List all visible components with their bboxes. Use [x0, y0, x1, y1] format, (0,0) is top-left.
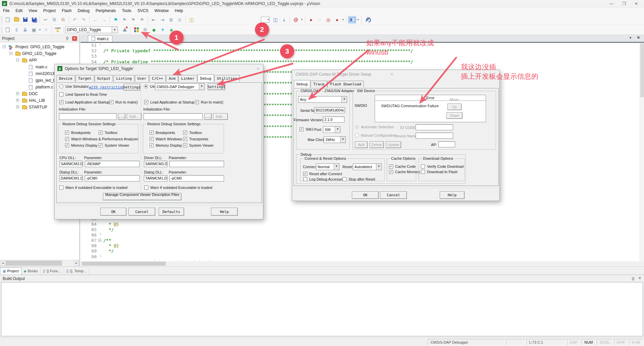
find-in-files-icon[interactable]: ◫: [187, 16, 196, 23]
chevron-down-icon[interactable]: ▼: [376, 164, 381, 170]
restore-button[interactable]: ❐: [619, 1, 630, 7]
navigate-back-icon[interactable]: ←: [91, 16, 99, 23]
max-clock-select[interactable]: 1MHz▼: [324, 136, 346, 143]
uncomment-icon[interactable]: ≣: [176, 16, 184, 23]
help-button[interactable]: Help: [211, 208, 238, 216]
target-select[interactable]: GPIO_LED_Toggle: [65, 26, 112, 33]
chevron-down-icon[interactable]: ▼: [340, 137, 345, 143]
close-panel-icon[interactable]: ✕: [638, 276, 641, 280]
minimize-button[interactable]: —: [606, 1, 617, 7]
options-tab-c-c-[interactable]: C/C++: [149, 75, 166, 82]
comment-icon[interactable]: ≣: [167, 16, 175, 23]
panel-tab-books[interactable]: ◆Books: [21, 268, 41, 275]
incremental-find-icon[interactable]: ⇣: [280, 16, 288, 23]
cut-icon[interactable]: ✂: [42, 16, 50, 23]
dialog-close-icon[interactable]: ✕: [256, 66, 260, 71]
reset-select[interactable]: Autodetect▼: [353, 163, 382, 170]
tree-item-project-gpio-led-toggle[interactable]: −Project: GPIO_LED_Toggle: [0, 44, 79, 50]
tab-list-dropdown-icon[interactable]: ▼: [629, 36, 632, 40]
menu-flash[interactable]: Flash: [59, 7, 74, 14]
connect-select[interactable]: Normal▼: [316, 163, 339, 170]
port-select[interactable]: SW▼: [323, 126, 340, 133]
dialog-param-input-right[interactable]: -pCM0: [169, 175, 224, 182]
collapse-icon[interactable]: −: [16, 59, 19, 62]
up-button[interactable]: Up: [447, 103, 462, 110]
expand-icon[interactable]: +: [16, 92, 19, 95]
dap-tab-flash-download[interactable]: Flash Download: [327, 81, 364, 87]
dap-tab-debug[interactable]: Debug: [294, 80, 310, 87]
memory-display-checkbox-right[interactable]: ✓Memory Display: [150, 143, 182, 147]
limit-speed-checkbox[interactable]: ✓Limit Speed to Real-Time: [59, 92, 107, 96]
add-button[interactable]: Add: [355, 141, 368, 148]
ap-input[interactable]: [438, 141, 455, 147]
cancel-button[interactable]: Cancel: [128, 208, 155, 216]
close-panel-icon[interactable]: ✕: [72, 36, 77, 41]
copy-icon[interactable]: ⧉: [50, 16, 58, 23]
save-icon[interactable]: [21, 16, 29, 23]
breakpoints-checkbox-right[interactable]: ✓Breakpoints: [150, 131, 175, 135]
configure-wrench-icon[interactable]: [363, 16, 371, 23]
window-layout-icon[interactable]: [348, 16, 356, 23]
menu-tools[interactable]: Tools: [119, 7, 135, 14]
options-for-target-icon[interactable]: [121, 26, 129, 33]
pin-icon[interactable]: [65, 36, 70, 41]
project-tree-hscrollbar[interactable]: ◄ ►: [0, 260, 79, 266]
run-to-main-checkbox-right[interactable]: ✓Run to main(): [195, 100, 223, 104]
edit-button-right[interactable]: Edit...: [213, 113, 228, 120]
manage-project-items-icon[interactable]: ⧉: [141, 26, 149, 33]
close-button[interactable]: ✕: [631, 1, 642, 7]
dialog-dll-input-left[interactable]: DARMCM1.DLL: [59, 175, 83, 182]
outdent-icon[interactable]: ⇤: [150, 16, 158, 23]
manage-cvd-button[interactable]: Manage Component Viewer Description File…: [103, 193, 181, 200]
help-button[interactable]: Help: [440, 191, 465, 199]
menu-project[interactable]: Project: [40, 7, 59, 14]
collapse-icon[interactable]: −: [9, 52, 12, 55]
automatic-detection-radio[interactable]: Automatic Detection: [355, 125, 394, 129]
warn-checkbox-right[interactable]: ✓Warn if outdated Executable is loaded: [144, 186, 212, 190]
serial-no-input[interactable]: B0215f0df1d004c: [314, 107, 345, 113]
dialog-close-icon[interactable]: ✕: [390, 72, 393, 77]
scroll-right-icon[interactable]: ►: [74, 261, 79, 266]
panel-tab--temp-[interactable]: {}{}, Temp...: [64, 268, 89, 275]
with-restrictions-link[interactable]: with restrictions: [89, 85, 127, 89]
log-debug-checkbox[interactable]: ✓Log Debug Accesses: [303, 177, 344, 181]
cpu-param-input[interactable]: -REMAP: [85, 161, 140, 167]
init-file-input-left[interactable]: [59, 113, 117, 120]
breakpoint-dd[interactable]: ▾: [341, 18, 345, 21]
browse-button-right[interactable]: ...: [204, 113, 212, 120]
dialog-param-input-left[interactable]: -pCM0: [85, 175, 140, 182]
options-tab-listing[interactable]: Listing: [113, 75, 134, 82]
undo-icon[interactable]: ↶: [71, 16, 79, 23]
menu-debug[interactable]: Debug: [75, 7, 93, 14]
stop-after-reset-checkbox[interactable]: ✓Stop after Reset: [342, 177, 375, 181]
init-file-input-right[interactable]: [144, 113, 203, 120]
scroll-thumb[interactable]: [6, 261, 62, 266]
download-flash-checkbox[interactable]: ✓Download to Flash: [421, 170, 458, 174]
target-select-dropdown-icon[interactable]: ▼: [112, 26, 118, 33]
scroll-thumb[interactable]: [640, 44, 644, 97]
system-viewer-checkbox-right[interactable]: ✓System Viewer: [183, 143, 214, 147]
navigate-forward-icon[interactable]: →: [100, 16, 108, 23]
bookmark-toggle-icon[interactable]: ⚑: [112, 16, 120, 23]
breakpoint-disable-icon[interactable]: ○: [316, 16, 324, 23]
menu-help[interactable]: Help: [172, 7, 186, 14]
swj-checkbox[interactable]: ✓SWJ: [300, 127, 313, 131]
editor-vscrollbar[interactable]: [640, 43, 644, 261]
indent-icon[interactable]: ⇥: [158, 16, 166, 23]
find-symbol-icon[interactable]: @: [292, 16, 300, 23]
load-app-checkbox-left[interactable]: ✓Load Application at Startup: [59, 100, 109, 104]
chevron-down-icon[interactable]: ▼: [199, 84, 204, 90]
paste-icon[interactable]: ⧉: [59, 16, 67, 23]
new-file-icon[interactable]: [4, 16, 12, 23]
breakpoint-disable-all-icon[interactable]: ◎: [324, 16, 332, 23]
cache-memory-checkbox[interactable]: ✓Cache Memory: [389, 170, 420, 174]
panel-tab--func-[interactable]: {}{} Func...: [41, 268, 64, 275]
rebuild-icon[interactable]: ⇊: [21, 26, 29, 33]
build-output-content[interactable]: [1, 282, 643, 336]
tab-main-c[interactable]: main.c: [88, 35, 112, 42]
menu-peripherals[interactable]: Peripherals: [93, 7, 119, 14]
options-tab-target[interactable]: Target: [75, 75, 94, 82]
scroll-thumb[interactable]: [82, 262, 166, 266]
scroll-left-icon[interactable]: ◄: [0, 261, 5, 266]
batch-build-dd[interactable]: ▾: [38, 28, 42, 31]
